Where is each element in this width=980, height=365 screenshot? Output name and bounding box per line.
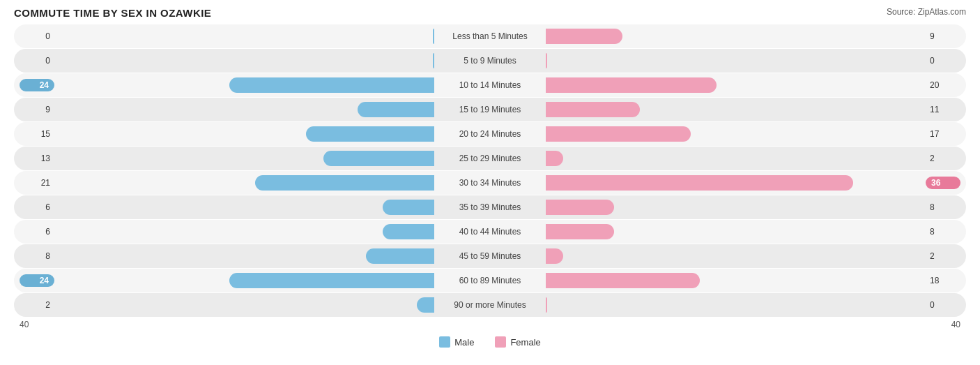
right-bar-container [546,273,926,288]
bar-pink [546,224,614,239]
legend-female: Female [495,336,540,348]
left-bar-container [54,29,434,44]
bar-blue [366,248,434,264]
bar-label: 10 to 14 Minutes [434,80,546,90]
bar-label: 5 to 9 Minutes [434,56,546,66]
bar-label: Less than 5 Minutes [434,31,546,41]
bar-pink [546,53,547,68]
legend: Male Female [14,336,966,348]
bar-pink [546,126,691,142]
right-bar-container [546,200,926,215]
bar-pink [546,273,700,288]
bar-blue [323,151,434,166]
left-bar-container [54,102,434,117]
bar-label: 40 to 44 Minutes [434,227,546,237]
axis-right: 40 [951,320,960,329]
bar-label: 30 to 34 Minutes [434,178,546,188]
bar-pink [546,151,563,166]
male-value: 2 [20,300,54,310]
chart-container: COMMUTE TIME BY SEX IN OZAWKIE Source: Z… [14,7,966,348]
right-bar-container [546,77,926,93]
legend-male: Male [439,336,474,348]
bar-blue [255,175,434,191]
bar-blue [229,77,434,93]
bar-row: 0 5 to 9 Minutes 0 [14,49,966,73]
left-bar-container [54,200,434,215]
bar-pink [546,102,640,117]
female-value: 17 [926,129,960,139]
chart-area: 0 Less than 5 Minutes 9 0 5 to 9 Minutes… [14,24,966,317]
axis-left: 40 [20,320,29,329]
left-bar-container [54,126,434,142]
male-value: 8 [20,251,54,261]
female-value: 2 [926,154,960,163]
bar-pink [546,77,717,93]
female-value: 8 [926,202,960,212]
female-value: 9 [926,31,960,41]
chart-header: COMMUTE TIME BY SEX IN OZAWKIE Source: Z… [14,7,966,19]
male-value: 0 [20,31,54,41]
chart-title: COMMUTE TIME BY SEX IN OZAWKIE [14,7,211,19]
bar-pink [546,200,614,215]
right-bar-container [546,126,926,142]
right-bar-container [546,151,926,166]
legend-male-box [439,336,450,348]
left-bar-container [54,53,434,68]
female-value: 8 [926,227,960,237]
male-value: 13 [20,154,54,163]
left-bar-container [54,248,434,264]
axis-labels: 40 40 [14,320,966,329]
legend-female-label: Female [510,337,540,348]
left-bar-container [54,273,434,288]
bar-label: 60 to 89 Minutes [434,276,546,285]
legend-female-box [495,336,506,348]
bar-row: 6 40 to 44 Minutes 8 [14,220,966,244]
male-value: 9 [20,105,54,114]
right-bar-container [546,224,926,239]
bar-blue [358,102,434,117]
bar-row: 6 35 to 39 Minutes 8 [14,195,966,219]
bar-pink [546,175,853,191]
bar-row: 8 45 to 59 Minutes 2 [14,244,966,268]
legend-male-label: Male [454,337,474,348]
bar-label: 45 to 59 Minutes [434,251,546,261]
left-bar-container [54,175,434,191]
male-value: 21 [20,178,54,188]
right-bar-container [546,29,926,44]
male-value: 15 [20,129,54,139]
bar-label: 25 to 29 Minutes [434,154,546,163]
female-value: 2 [926,251,960,261]
right-bar-container [546,297,926,313]
chart-source: Source: ZipAtlas.com [887,7,966,17]
bar-blue [306,126,434,142]
bar-blue [229,273,434,288]
bar-blue [417,297,434,313]
left-bar-container [54,224,434,239]
bar-label: 35 to 39 Minutes [434,202,546,212]
male-value: 24 [20,79,54,91]
female-value: 18 [926,276,960,285]
right-bar-container [546,53,926,68]
bar-row: 21 30 to 34 Minutes 36 [14,171,966,195]
bar-row: 13 25 to 29 Minutes 2 [14,147,966,170]
bar-label: 15 to 19 Minutes [434,105,546,114]
bar-pink [546,248,563,264]
left-bar-container [54,151,434,166]
bar-label: 90 or more Minutes [434,300,546,310]
bar-blue [383,224,434,239]
male-value: 6 [20,202,54,212]
bar-label: 20 to 24 Minutes [434,129,546,139]
female-value: 11 [926,105,960,114]
left-bar-container [54,297,434,313]
right-bar-container [546,175,926,191]
female-value: 0 [926,300,960,310]
bar-blue [383,200,434,215]
right-bar-container [546,102,926,117]
female-value: 0 [926,56,960,66]
left-bar-container [54,77,434,93]
bar-row: 24 10 to 14 Minutes 20 [14,73,966,97]
bar-row: 15 20 to 24 Minutes 17 [14,122,966,146]
male-value: 0 [20,56,54,66]
female-value: 36 [926,177,960,189]
female-value: 20 [926,80,960,90]
